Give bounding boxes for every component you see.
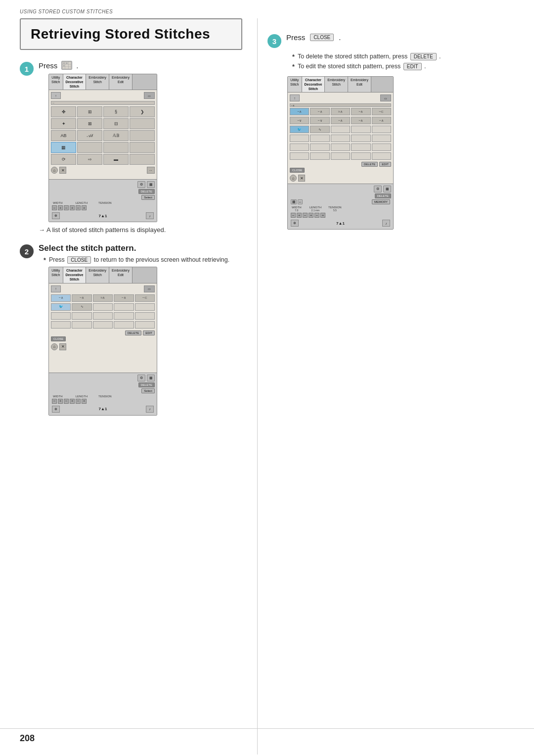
w-plus-s3: + <box>297 213 302 218</box>
speed-icon-s3: ♪ <box>382 220 390 227</box>
s3-row-1b: ~∨ ~∨ ~∧ ~∧ ~∧ <box>290 117 391 124</box>
delete-row-step2: DELETE <box>51 382 155 387</box>
s3-stitch-row3 <box>290 135 391 142</box>
tab-embroidery-edit-s3: EmbroideryEdit <box>348 77 371 92</box>
stitch-cell: ❯ <box>130 106 155 117</box>
stored-stitch: ~∧ <box>114 294 134 302</box>
stored-stitch-empty <box>93 321 113 329</box>
display-icon-s2: ▭ <box>144 285 155 292</box>
stitch-grid-step1: ✤ ⊞ § ❯ ✦ ⊠ ⊟ AB 𝒜𝒷 𝔸𝔹 ▦ <box>51 106 155 165</box>
bottom-divider <box>0 728 534 729</box>
pm-controls-step3: − + − + − + <box>290 212 391 219</box>
length-group-s3: LENGTH 2.1 mm <box>310 206 321 212</box>
select-btn-step2: Select <box>141 388 155 393</box>
bottom-footer-step1: ⊕ 7▲1 ♪ <box>51 211 155 220</box>
w-minus-s3: − <box>291 213 296 218</box>
stitch-label-row: ~ <box>51 101 155 105</box>
t-minus-s2: − <box>76 399 81 404</box>
stored-stitch: ~∧ <box>72 294 91 302</box>
stored-stitch-empty <box>93 303 113 311</box>
step-3-content: Press CLOSE . <box>286 33 509 45</box>
step-2-label: Select the stitch pattern. <box>39 243 242 253</box>
step-1-label: Press . <box>39 61 242 70</box>
stored-stitch: ~⊂ <box>135 294 155 302</box>
stitch-cell: § <box>103 106 129 117</box>
machine-top-row-s3: ↑ ▭ <box>290 94 391 101</box>
tab-embroidery: EmbroideryStitch <box>86 74 109 90</box>
machine-ui-step2: UtilityStitch CharacterDecorativeStitch … <box>48 267 157 415</box>
edit-btn-step3: EDIT <box>403 63 422 70</box>
close-row-s2: CLOSE <box>51 336 155 341</box>
stored-stitches-row2: 🐦 ∿ <box>51 303 155 311</box>
stored-stitches-row3 <box>51 312 155 320</box>
step-3-row: 3 Press CLOSE . <box>267 33 509 48</box>
bottom-icons-row: ⚙ ▦ <box>51 181 155 188</box>
s3-stitch-empty <box>372 135 391 142</box>
s3-stitch: ~⊂ <box>372 108 391 115</box>
needle-icon-step1: ⊕ <box>52 212 60 219</box>
s3-stitch: ~∧ <box>290 108 309 115</box>
left-icons-s2: ⌂ ✕ <box>51 343 66 350</box>
stored-stitch-empty <box>72 312 91 320</box>
tab-embroidery-edit-s2: EmbroideryEdit <box>109 267 133 283</box>
machine-top-row-s2: ↑ ▭ <box>51 285 155 292</box>
s3-row-3 <box>290 135 391 142</box>
s3-stitch: ~∧ <box>351 117 370 124</box>
s3-stitch: ~∧ <box>310 108 329 115</box>
step-3-circle: 3 <box>267 34 281 48</box>
svg-rect-5 <box>63 62 65 64</box>
tension-plus: + <box>82 205 87 210</box>
length-group: LENGTH <box>76 201 88 204</box>
s3-stitch: ~∧ <box>372 117 391 124</box>
s3-stitch-empty <box>331 143 350 151</box>
width-group: WIDTH <box>53 201 63 204</box>
stitch-cell <box>130 118 155 129</box>
length-minus: − <box>64 205 69 210</box>
s3-row1-label: ~∧ <box>290 103 391 107</box>
stored-stitch-empty <box>114 312 134 320</box>
s3-stitch-empty <box>372 152 391 160</box>
memory-row-s3: ▦ ↔ MEMORY <box>290 199 391 204</box>
tab-embroidery-s3: EmbroideryStitch <box>325 77 348 92</box>
memory-button-icon <box>61 61 72 70</box>
bottom-footer-step2: ⊕ 7▲1 ♪ <box>51 405 155 414</box>
needle-icon-s3: ⊕ <box>291 220 299 227</box>
w-minus-s2: − <box>52 399 57 404</box>
machine-bottom-step1: ⚙ ▦ DELETE Select WIDTH <box>49 179 157 222</box>
tab-utility-s2: UtilityStitch <box>49 267 63 283</box>
settings-icon: ⚙ <box>137 181 145 188</box>
step-1-note: A list of stored stitch patterns is disp… <box>39 226 242 234</box>
stored-stitch-empty <box>93 312 113 320</box>
stored-stitches-row4 <box>51 321 155 329</box>
machine-bottom-step2: ⚙ ▦ DELETE Select WIDTH LENGTH TENSION <box>49 373 157 415</box>
l-plus-s2: + <box>70 399 75 404</box>
cursor-icon-s3: ↑ <box>290 94 300 101</box>
cancel-icon-s3: ✕ <box>298 175 305 182</box>
step-2-circle: 2 <box>20 244 34 258</box>
s3-stitch-empty <box>351 143 370 151</box>
step-1-content: Press . <box>39 61 242 238</box>
pm-controls-step2: − + − + − + <box>51 398 155 405</box>
s3-stitch-empty <box>351 126 370 133</box>
cancel-icon: ✕ <box>59 167 66 174</box>
step-1-circle: 1 <box>20 62 34 76</box>
machine-ui-step1: UtilityStitch CharacterDecorativeStitch … <box>48 74 157 222</box>
delete-btn-step2: DELETE <box>138 382 155 387</box>
stored-stitch: ~∧ <box>51 294 71 302</box>
stored-stitch-empty <box>135 303 155 311</box>
stitch-cell: ⊠ <box>77 118 102 129</box>
machine-ui-tabs-step2: UtilityStitch CharacterDecorativeStitch … <box>49 267 157 283</box>
stored-stitch-empty <box>135 321 155 329</box>
control-btns-s3: DELETE EDIT <box>290 162 391 167</box>
machine-ui-tabs-step1: UtilityStitch CharacterDecorativeStitch … <box>49 74 157 90</box>
machine-top-row: ↑ ▭ <box>51 92 155 99</box>
s3-stitch-empty <box>290 143 309 151</box>
width-minus: − <box>52 205 57 210</box>
select-btn-step1: Select <box>141 195 155 200</box>
s3-stitch-empty <box>351 152 370 160</box>
s3-stitch: ~∧ <box>331 117 350 124</box>
wlt-labels-step2: WIDTH LENGTH TENSION <box>51 394 155 398</box>
settings-icon-s2: ⚙ <box>137 375 145 381</box>
s3-stitch: ~∨ <box>310 117 329 124</box>
delete-btn-s2: DELETE <box>125 331 141 335</box>
